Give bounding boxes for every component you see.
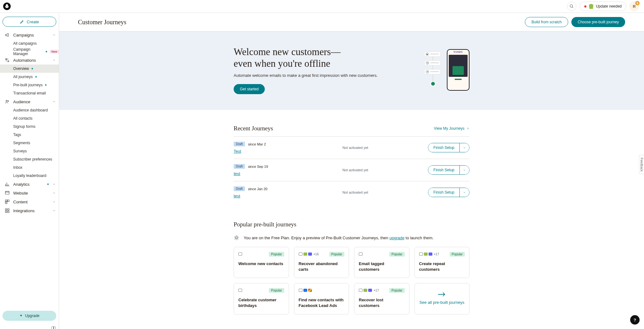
account-avatar[interactable]: R 5 xyxy=(630,2,639,11)
sparkle-icon: ✦ xyxy=(35,75,37,79)
upgrade-button[interactable]: Upgrade xyxy=(3,311,56,321)
update-label: Update needed xyxy=(596,4,622,9)
finish-setup-button[interactable]: Finish Setup xyxy=(428,143,459,152)
activation-status: Not activated yet xyxy=(315,190,428,194)
journey-row: Draft since Jan 20 test Not activated ye… xyxy=(234,181,469,203)
plan-note: You are on the Free Plan. Enjoy a previe… xyxy=(234,235,469,241)
nav-website[interactable]: Website xyxy=(0,189,59,197)
analytics-icon xyxy=(4,182,10,187)
notification-badge: 5 xyxy=(635,1,640,5)
nav-audience[interactable]: Audience xyxy=(0,97,59,106)
activation-status: Not activated yet xyxy=(315,168,428,172)
mail-icon xyxy=(238,252,242,256)
nav-tags[interactable]: Tags xyxy=(0,131,59,139)
nav-automations[interactable]: Automations xyxy=(0,56,59,65)
svg-point-2 xyxy=(6,59,7,60)
nav-loyalty-leaderboard[interactable]: Loyalty leaderboard xyxy=(0,172,59,180)
update-needed-button[interactable]: Update needed xyxy=(580,2,626,11)
search-button[interactable] xyxy=(567,2,576,11)
journey-name-link[interactable]: test xyxy=(234,171,240,176)
chevron-down-icon xyxy=(53,209,56,212)
card-title: Recover abandoned carts xyxy=(299,261,345,272)
nav-analytics[interactable]: Analytics ✦ xyxy=(0,180,59,189)
popular-badge: Popular xyxy=(269,288,284,293)
get-started-button[interactable]: Get started xyxy=(234,84,265,94)
nav-prebuilt-journeys[interactable]: Pre-built journeys✦ xyxy=(0,81,59,89)
sparkle-icon: ✦ xyxy=(45,50,48,54)
stripe-icon xyxy=(429,252,432,256)
popular-badge: Popular xyxy=(450,252,465,257)
recent-journeys-title: Recent Journeys xyxy=(234,125,273,132)
mail-icon xyxy=(359,289,363,292)
page-title: Customer Journeys xyxy=(78,19,126,26)
gads-icon xyxy=(308,289,312,292)
journey-card[interactable]: +17 Popular Create repeat customers xyxy=(414,247,470,278)
collapse-sidebar-button[interactable] xyxy=(51,326,56,329)
sparkle-icon: ✦ xyxy=(31,67,34,71)
feedback-tab[interactable]: Feedback xyxy=(639,155,644,174)
journey-card[interactable]: +16 Popular Recover abandoned carts xyxy=(294,247,349,278)
megaphone-icon xyxy=(4,32,10,37)
journey-row: Draft since Mar 2 Test Not activated yet… xyxy=(234,137,469,159)
journey-card[interactable]: Popular Email tagged customers xyxy=(354,247,409,278)
integrations-icon xyxy=(4,208,10,213)
hero-body: Automate welcome emails to make a great … xyxy=(234,73,407,78)
help-button[interactable]: ? xyxy=(630,315,640,325)
nav-campaigns[interactable]: Campaigns xyxy=(0,31,59,39)
status-chip: Draft xyxy=(234,186,245,191)
chevron-down-icon xyxy=(53,200,56,203)
journey-card[interactable]: Popular Welcome new contacts xyxy=(234,247,289,278)
chevron-up-icon xyxy=(53,59,56,62)
see-all-journeys-card[interactable]: See all pre-built journeys xyxy=(414,283,470,314)
mailchimp-logo-icon[interactable] xyxy=(3,3,11,10)
status-chip: Draft xyxy=(234,164,245,169)
finish-setup-button[interactable]: Finish Setup xyxy=(428,166,459,174)
activation-status: Not activated yet xyxy=(315,146,428,150)
nav-campaign-manager[interactable]: Campaign Manager ✦ New xyxy=(0,48,59,56)
journey-card[interactable]: Find new contacts with Facebook Lead Ads xyxy=(294,283,349,314)
nav-overview[interactable]: Overview✦ xyxy=(0,65,59,73)
nav-all-journeys[interactable]: All journeys✦ xyxy=(0,73,59,81)
journey-actions-dropdown[interactable] xyxy=(459,143,469,152)
hero-illustration: ▶ ✉ ✉ TANDU xyxy=(422,49,469,91)
finish-setup-button[interactable]: Finish Setup xyxy=(428,188,459,197)
chevron-up-icon xyxy=(53,100,56,103)
shop-icon xyxy=(364,289,367,292)
nav-subscriber-preferences[interactable]: Subscriber preferences xyxy=(0,155,59,163)
svg-rect-12 xyxy=(5,211,7,213)
svg-point-0 xyxy=(570,5,573,7)
upgrade-link[interactable]: upgrade xyxy=(389,235,404,240)
svg-point-14 xyxy=(236,237,237,239)
choose-prebuilt-button[interactable]: Choose pre-built journey xyxy=(571,17,625,27)
build-from-scratch-button[interactable]: Build from scratch xyxy=(525,17,568,27)
journey-actions-dropdown[interactable] xyxy=(459,166,469,174)
chevron-up-icon xyxy=(53,33,56,37)
sparkle-icon xyxy=(234,235,239,241)
shopify-icon xyxy=(589,4,593,9)
card-title: Email tagged customers xyxy=(359,261,405,272)
svg-line-1 xyxy=(572,7,573,8)
nav-content[interactable]: Content xyxy=(0,197,59,206)
svg-point-4 xyxy=(6,100,7,101)
nav-segments[interactable]: Segments xyxy=(0,139,59,147)
nav-integrations[interactable]: Integrations xyxy=(0,206,59,215)
journey-card[interactable]: Popular Celebrate customer birthdays xyxy=(234,283,289,314)
card-title: Create repeat customers xyxy=(419,261,465,272)
popular-badge: Popular xyxy=(389,288,404,293)
nav-transactional-email[interactable]: Transactional email xyxy=(0,89,59,97)
journey-name-link[interactable]: test xyxy=(234,194,240,198)
website-icon xyxy=(4,190,10,196)
create-button[interactable]: Create xyxy=(3,17,56,27)
journey-card[interactable]: +17 Popular Recover lost customers xyxy=(354,283,409,314)
journey-actions-dropdown[interactable] xyxy=(459,188,469,197)
nav-audience-dashboard[interactable]: Audience dashboard xyxy=(0,106,59,114)
view-my-journeys-link[interactable]: View My Journeys xyxy=(434,126,469,131)
nav-all-campaigns[interactable]: All campaigns xyxy=(0,39,59,48)
nav-signup-forms[interactable]: Signup forms xyxy=(0,122,59,131)
since-label: since Sep 19 xyxy=(248,165,268,168)
journey-name-link[interactable]: Test xyxy=(234,149,241,154)
nav-inbox[interactable]: Inbox xyxy=(0,163,59,172)
nav-all-contacts[interactable]: All contacts xyxy=(0,114,59,122)
nav-surveys[interactable]: Surveys xyxy=(0,147,59,155)
sparkle-icon: ✦ xyxy=(44,83,47,87)
